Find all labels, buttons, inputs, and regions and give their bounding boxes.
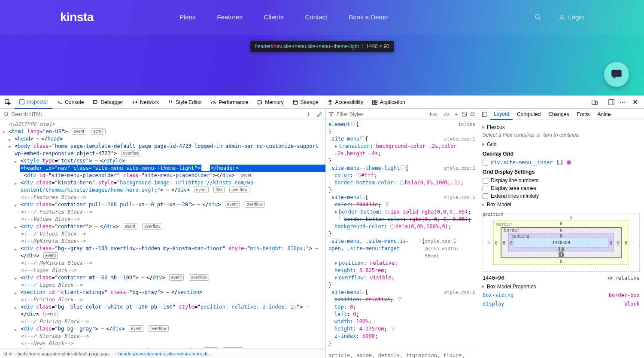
comment-node[interactable]: <!--/ MyKinsta Block-->	[20, 260, 325, 267]
tab-application[interactable]: Application	[368, 96, 410, 109]
mykinsta-div-node[interactable]: ▶<div class="bg--gray mt--100 overflow--…	[20, 245, 325, 260]
tab-console[interactable]: Console	[52, 96, 88, 109]
styles-rules-list[interactable]: element {inline}.site-menu {style.css:1t…	[326, 120, 478, 358]
dock-side-icon[interactable]	[608, 99, 615, 106]
nav-plans[interactable]: Plans	[179, 13, 196, 21]
grid-badge-icon[interactable]	[557, 160, 562, 165]
comment-node[interactable]: <!--Features Block-->	[20, 194, 325, 201]
comment-node[interactable]: <!--Values Block-->	[20, 216, 325, 223]
nav-contact[interactable]: Contact	[305, 13, 328, 21]
event-badge[interactable]: event	[72, 128, 86, 135]
comment-node[interactable]: <!--/ Pricing Block-->	[20, 318, 325, 325]
responsive-mode-icon[interactable]	[591, 99, 598, 106]
css-rule[interactable]: .site-menu {style.css:1color: #44414e; b…	[328, 194, 475, 238]
grid-section[interactable]: ▼Grid	[481, 141, 640, 147]
overlay-grid-heading: Overlay Grid	[483, 151, 640, 157]
filter-styles-input[interactable]	[337, 111, 425, 117]
svg-rect-23	[401, 165, 404, 169]
search-icon[interactable]	[535, 14, 541, 21]
comment-node[interactable]: <!--News Block-->	[20, 340, 325, 347]
svg-rect-26	[361, 290, 364, 293]
head-node[interactable]: ▶<head> ⋯ </head>	[14, 135, 325, 143]
grid-overlay-item[interactable]: div.site-menu__inner	[483, 159, 640, 165]
style-node[interactable]: ▶<style type="text/css"> ⋯ </style>	[20, 157, 325, 165]
breadcrumb[interactable]: html› body.home.page-template-default.pa…	[0, 349, 325, 358]
tab-layout[interactable]: Layout	[490, 109, 513, 120]
tab-network[interactable]: Network	[128, 96, 163, 109]
svg-rect-9	[375, 100, 377, 101]
layout-body[interactable]: ▼Flexbox Select a Flex container or item…	[478, 120, 644, 358]
svg-rect-14	[609, 99, 614, 104]
stories-div-node[interactable]: ▶<div class="bg bg--gray"> ⋯ </div> even…	[20, 325, 325, 333]
grid-option-line-numbers[interactable]: Display line numbers	[483, 177, 640, 184]
grid-option-area-names[interactable]: Display area names	[483, 185, 640, 191]
tab-storage[interactable]: Storage	[288, 96, 323, 109]
comment-node[interactable]: <!--MyKinsta Block-->	[20, 238, 325, 245]
tab-computed[interactable]: Computed	[513, 109, 544, 120]
html-node[interactable]: ▼<html lang="en-US"> event scroll	[8, 128, 325, 135]
tab-style-editor[interactable]: Style Editor	[163, 96, 206, 109]
grid-option-extend-lines[interactable]: Extend lines infinitely	[483, 193, 640, 199]
tab-performance[interactable]: Performance	[206, 96, 252, 109]
hov-button[interactable]: :hov	[427, 111, 439, 118]
close-devtools-button[interactable]: ✕	[631, 98, 640, 106]
tab-inspector[interactable]: Inspector	[15, 96, 52, 109]
css-rule[interactable]: .site-menu {style.css:1position: relativ…	[328, 289, 475, 347]
css-rule[interactable]: element {inline}	[328, 121, 475, 135]
doctype-node[interactable]: <!DOCTYPE html>	[8, 121, 325, 128]
tab-animations[interactable]: Anim▸	[594, 109, 617, 120]
boxmodel-props-section[interactable]: ▼Box Model Properties	[481, 284, 640, 290]
svg-rect-5	[258, 101, 262, 104]
light-dark-icon[interactable]	[462, 111, 467, 117]
boxmodel-section[interactable]: ▼Box Model	[481, 202, 640, 208]
comment-node[interactable]: <!--Logos Block-->	[20, 267, 325, 274]
hero-node[interactable]: ▶<div class="kinsta-hero" style="backgro…	[20, 179, 325, 194]
body-node[interactable]: ▼<body class="home page-template-default…	[14, 143, 325, 157]
add-element-icon[interactable]	[306, 111, 311, 117]
nav-book-demo[interactable]: Book a Demo	[349, 13, 388, 21]
features-div-node[interactable]: ▶<div class="container pull--100 pull--x…	[20, 201, 325, 208]
header-node-selected[interactable]: ▶<header id="nav" class="site-menu site-…	[20, 165, 325, 172]
more-menu-icon[interactable]: ⋯	[619, 98, 626, 106]
dom-search-input[interactable]	[12, 111, 303, 117]
login-link[interactable]: Login	[559, 13, 584, 21]
sidebar-toggle-icon[interactable]	[482, 111, 488, 117]
tab-debugger[interactable]: Debugger	[88, 96, 128, 109]
print-media-icon[interactable]	[470, 111, 475, 117]
pricing-div-node[interactable]: ▶<div class="bg--blue color--white pt--1…	[20, 303, 325, 318]
svg-point-2	[561, 15, 563, 17]
client-ratings-node[interactable]: ▶<section id="client-ratings" class="bg-…	[20, 289, 325, 296]
dom-tree[interactable]: <!DOCTYPE html> ▼<html lang="en-US"> eve…	[0, 120, 325, 349]
tab-accessibility[interactable]: Accessibility	[323, 96, 368, 109]
nav-features[interactable]: Features	[217, 13, 242, 21]
devtools-toolbar: Inspector Console Debugger Network Style…	[0, 96, 644, 109]
chat-button[interactable]	[604, 62, 629, 87]
tab-memory[interactable]: Memory	[252, 96, 288, 109]
comment-node[interactable]: <!--Pricing Block-->	[20, 296, 325, 303]
box-model-diagram[interactable]: position 0 0 margin 0 0 0 0	[483, 210, 640, 281]
values-div-node[interactable]: ▶<div class="container"> ⋯ </div> event …	[20, 223, 325, 230]
nav-clients[interactable]: Clients	[264, 13, 284, 21]
logos-div-node[interactable]: ▶<div class="container mt--60 mb--100"> …	[20, 274, 325, 282]
tab-fonts[interactable]: Fonts	[573, 109, 593, 120]
placeholder-node[interactable]: <div id="site-menu-placeholder" class="s…	[20, 172, 325, 179]
cls-button[interactable]: .cls	[441, 111, 451, 118]
css-rule[interactable]: .site-menu, .site-menu.is-open, .site-me…	[328, 238, 475, 289]
boxmodel-size: 1440×90	[483, 275, 504, 281]
comment-node[interactable]: <!--/ Values Block-->	[20, 230, 325, 238]
comment-node[interactable]: <!--/ Stories Block-->	[20, 333, 325, 340]
flexbox-section[interactable]: ▼Flexbox	[481, 124, 640, 130]
site-logo: kinsta	[60, 10, 94, 24]
tab-changes[interactable]: Changes	[545, 109, 572, 120]
eyedropper-icon[interactable]	[316, 111, 322, 117]
scroll-badge[interactable]: scroll	[91, 128, 105, 135]
css-rule[interactable]: .site-menu--theme-light {style.css:1colo…	[328, 165, 475, 194]
comment-node[interactable]: <!--/ Features Block-->	[20, 208, 325, 216]
svg-rect-20	[471, 112, 474, 113]
comment-node[interactable]: <!--/ Logos Block-->	[20, 282, 325, 289]
css-rule[interactable]: .site-menu {style.css:1transition: backg…	[328, 135, 475, 165]
new-rule-button[interactable]: +	[454, 111, 459, 118]
news-div-node[interactable]: ▶<div class="container pt--60 pt--xs--60…	[20, 347, 325, 349]
color-swatch-icon[interactable]	[567, 160, 571, 165]
element-picker-button[interactable]	[3, 97, 13, 107]
